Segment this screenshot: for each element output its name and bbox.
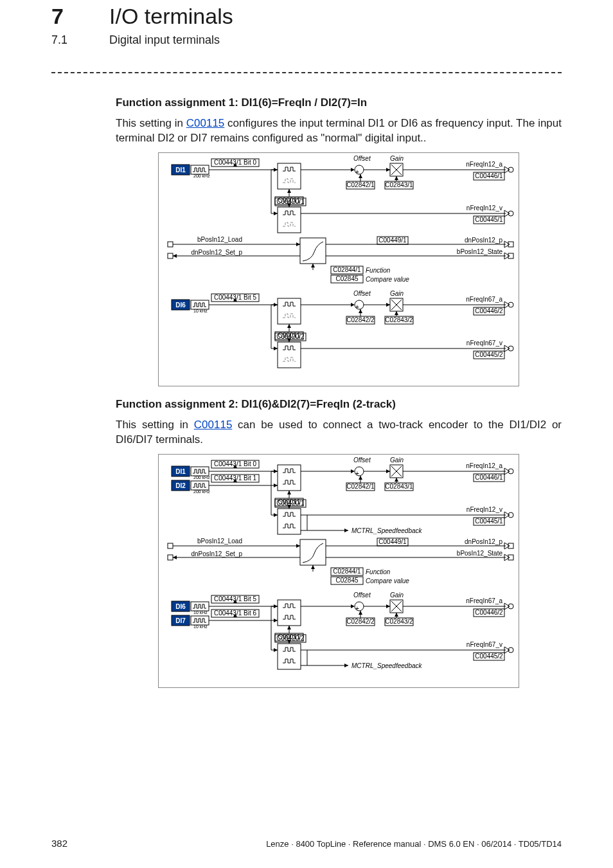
svg-rect-63 <box>168 253 173 258</box>
svg-marker-59 <box>296 242 300 246</box>
svg-marker-24 <box>359 174 362 178</box>
svg-rect-128 <box>278 342 301 368</box>
svg-text:+: + <box>355 168 359 176</box>
svg-text:200 kHz: 200 kHz <box>193 489 210 494</box>
svg-text:bPosIn12_Load: bPosIn12_Load <box>197 236 242 243</box>
svg-text:Gain: Gain <box>390 457 404 464</box>
svg-marker-301 <box>344 664 348 667</box>
diagram-1: DI1200 kHzC00443/1 Bit 0C00011Offset+C02… <box>158 152 519 386</box>
svg-marker-216 <box>173 556 177 559</box>
svg-text:dnPosIn12_p: dnPosIn12_p <box>465 237 502 244</box>
svg-rect-142 <box>191 467 209 476</box>
svg-text:200 kHz: 200 kHz <box>193 174 210 178</box>
svg-text:C02843/2: C02843/2 <box>385 316 413 323</box>
svg-marker-236 <box>311 565 315 569</box>
svg-marker-170 <box>351 469 355 473</box>
svg-text:nFreqIn12_a: nFreqIn12_a <box>466 161 502 168</box>
svg-rect-3 <box>191 165 209 174</box>
svg-text:DI7: DI7 <box>175 617 186 624</box>
svg-text:DI1: DI1 <box>175 467 186 475</box>
svg-marker-274 <box>386 604 390 608</box>
svg-marker-292 <box>287 640 291 644</box>
svg-text:C00446/2: C00446/2 <box>475 307 503 314</box>
svg-text:C02842/1: C02842/1 <box>346 483 375 490</box>
svg-text:bPosIn12_State: bPosIn12_State <box>457 550 503 557</box>
svg-text:+: + <box>355 605 359 612</box>
svg-text:Compare value: Compare value <box>366 276 409 283</box>
svg-text:Gain: Gain <box>390 592 404 599</box>
svg-marker-103 <box>351 303 355 307</box>
svg-text:C00449/1: C00449/1 <box>378 237 407 244</box>
svg-marker-117 <box>395 311 398 315</box>
svg-text:Function: Function <box>366 267 391 274</box>
diagram-2: DI1200 kHzC00443/1 Bit 0DI2200 kHzC00443… <box>158 454 519 688</box>
svg-text:MCTRL_Speedfeedback: MCTRL_Speedfeedback <box>351 662 423 669</box>
svg-marker-82 <box>311 264 315 267</box>
chapter-title: I/O terminals <box>109 4 233 29</box>
svg-text:bPosIn12_Load: bPosIn12_Load <box>197 538 242 545</box>
svg-rect-240 <box>191 602 209 611</box>
fa2-heading: Function assignment 2: DI1(6)&DI2(7)=Fre… <box>116 398 562 411</box>
svg-text:nFreqIn67_v: nFreqIn67_v <box>466 641 502 648</box>
svg-text:C00446/1: C00446/1 <box>475 172 503 179</box>
svg-text:C02842/1: C02842/1 <box>346 181 375 188</box>
svg-marker-165 <box>287 491 291 494</box>
fa2-link-c00115[interactable]: C00115 <box>194 419 233 431</box>
fa2-paragraph: This setting in C00115 can be used to co… <box>116 417 562 448</box>
svg-marker-127 <box>287 338 291 342</box>
svg-text:C02843/2: C02843/2 <box>385 618 413 625</box>
svg-text:C02845: C02845 <box>335 577 358 584</box>
svg-rect-293 <box>278 644 301 669</box>
svg-text:Function: Function <box>366 568 391 575</box>
fa1-text-pre: This setting in <box>116 117 186 129</box>
fa1-heading: Function assignment 1: DI1(6)=FreqIn / D… <box>116 96 562 109</box>
svg-text:C02843/1: C02843/1 <box>385 181 413 188</box>
svg-marker-44 <box>287 203 291 207</box>
svg-marker-263 <box>287 626 291 629</box>
svg-rect-86 <box>191 300 209 309</box>
svg-marker-20 <box>351 168 355 172</box>
page: 7 I/O terminals 7.1 Digital input termin… <box>0 0 613 868</box>
svg-text:C00449/1: C00449/1 <box>378 538 407 545</box>
svg-text:C00445/2: C00445/2 <box>475 653 503 660</box>
svg-rect-11 <box>278 163 301 189</box>
separator-dashes <box>51 72 562 73</box>
chapter-number: 7 <box>51 4 64 29</box>
svg-text:nFreqIn12_v: nFreqIn12_v <box>466 506 502 513</box>
footer-meta: Lenze · 8400 TopLine · Reference manual … <box>266 839 562 849</box>
svg-rect-94 <box>278 298 301 324</box>
svg-text:nFreqIn67_v: nFreqIn67_v <box>466 339 502 347</box>
fa1-paragraph: This setting in C00115 configures the in… <box>116 116 562 146</box>
svg-text:C02844/1: C02844/1 <box>333 568 361 575</box>
svg-text:C02845: C02845 <box>335 275 358 282</box>
fa1-link-c00115[interactable]: C00115 <box>186 117 225 129</box>
svg-text:nFreqIn12_a: nFreqIn12_a <box>466 462 502 469</box>
svg-rect-45 <box>278 207 301 233</box>
svg-text:200 kHz: 200 kHz <box>193 475 210 480</box>
svg-marker-15 <box>287 189 291 193</box>
svg-marker-160 <box>274 484 278 487</box>
svg-marker-26 <box>386 168 390 172</box>
svg-marker-203 <box>344 529 348 532</box>
svg-text:C00446/2: C00446/2 <box>475 609 503 616</box>
svg-text:DI2: DI2 <box>175 482 186 489</box>
svg-marker-268 <box>351 604 355 608</box>
svg-marker-62 <box>173 254 177 258</box>
svg-rect-153 <box>191 481 209 490</box>
svg-marker-272 <box>359 611 362 615</box>
svg-text:C00445/1: C00445/1 <box>475 216 503 223</box>
svg-text:Offset: Offset <box>353 290 371 297</box>
svg-text:C00445/2: C00445/2 <box>475 351 503 358</box>
svg-marker-297 <box>274 648 278 652</box>
svg-marker-184 <box>395 478 398 482</box>
svg-rect-217 <box>168 555 173 560</box>
svg-marker-258 <box>274 619 278 622</box>
svg-text:DI1: DI1 <box>175 166 186 173</box>
svg-text:+: + <box>355 303 359 311</box>
svg-text:bPosIn12_State: bPosIn12_State <box>457 248 503 255</box>
svg-rect-251 <box>191 616 209 625</box>
svg-text:C00446/1: C00446/1 <box>475 474 503 481</box>
svg-text:dnPosIn12_Set_p: dnPosIn12_Set_p <box>191 249 242 256</box>
svg-text:Offset: Offset <box>353 155 371 162</box>
svg-marker-98 <box>287 324 291 328</box>
